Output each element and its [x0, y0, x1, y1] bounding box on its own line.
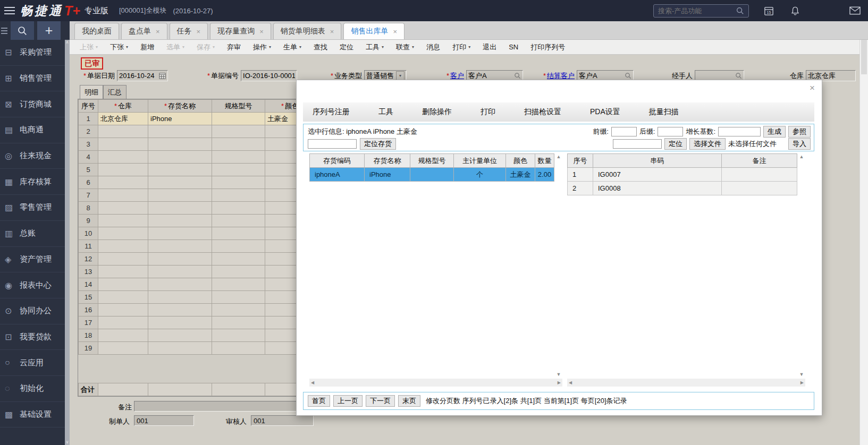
- cell-spec[interactable]: [212, 125, 265, 138]
- doc-no-field[interactable]: [241, 70, 297, 81]
- cell-warehouse[interactable]: [98, 291, 148, 304]
- cell-stock-name[interactable]: iPhone: [365, 168, 410, 182]
- mail-envelope-icon[interactable]: [849, 5, 861, 16]
- table-row[interactable]: 2: [79, 125, 315, 138]
- cell-spec[interactable]: [212, 202, 265, 215]
- sidebar-item[interactable]: ○ 云应用: [0, 350, 70, 376]
- serial-table-vscrollbar[interactable]: ▲ ▼: [798, 153, 805, 378]
- cell-serial-code[interactable]: IG0008: [593, 182, 722, 195]
- cell-spec[interactable]: [212, 215, 265, 227]
- cell-item-name[interactable]: [148, 227, 212, 240]
- first-page-button[interactable]: 首页: [308, 395, 330, 407]
- toolbar-button[interactable]: 选单 ▾: [166, 42, 184, 52]
- document-tab[interactable]: 现存量查询 ×: [210, 23, 271, 39]
- table-row[interactable]: 16: [79, 304, 315, 316]
- next-page-button[interactable]: 下一页: [366, 395, 395, 407]
- cell-warehouse[interactable]: [98, 202, 148, 215]
- handler-input[interactable]: [697, 72, 734, 80]
- hamburger-menu-icon[interactable]: [4, 7, 15, 14]
- table-row[interactable]: 10: [79, 227, 315, 240]
- tab-close-icon[interactable]: ×: [156, 28, 160, 36]
- close-icon[interactable]: ×: [810, 83, 815, 93]
- doc-no-input[interactable]: [243, 72, 295, 80]
- table-row[interactable]: 7: [79, 189, 315, 202]
- cell-stock-qty[interactable]: 2.00: [535, 168, 554, 182]
- cell-item-name[interactable]: [148, 164, 212, 176]
- dialog-menu-item[interactable]: 序列号注册: [313, 107, 350, 117]
- cell-item-name[interactable]: [148, 278, 212, 291]
- stock-row[interactable]: iphoneA iPhone 个 土豪金 2.00: [310, 168, 554, 182]
- choose-file-button[interactable]: 选择文件: [689, 138, 726, 150]
- cell-item-name[interactable]: [148, 138, 212, 151]
- document-tab[interactable]: 任务 ×: [170, 23, 208, 39]
- table-row[interactable]: 18: [79, 329, 315, 342]
- suffix-input[interactable]: [658, 127, 683, 136]
- cell-item-name[interactable]: [148, 215, 212, 227]
- cell-spec[interactable]: [212, 291, 265, 304]
- cell-spec[interactable]: [212, 253, 265, 266]
- sidebar-scrollbar[interactable]: ∧ ∨: [65, 40, 70, 445]
- locate-button[interactable]: 定位: [664, 138, 687, 150]
- toolbar-button[interactable]: 退出: [483, 42, 496, 52]
- cell-warehouse[interactable]: [98, 316, 148, 329]
- stock-table-hscrollbar[interactable]: ◀ ▶: [309, 379, 562, 387]
- detail-tab[interactable]: 明细: [80, 85, 103, 99]
- scroll-up-icon[interactable]: ∧: [66, 40, 69, 45]
- new-tab-button[interactable]: +: [37, 21, 61, 40]
- cell-spec[interactable]: [212, 138, 265, 151]
- calendar-icon[interactable]: 15: [763, 5, 774, 16]
- cell-spec[interactable]: [212, 316, 265, 329]
- cell-serial-remark[interactable]: [722, 168, 797, 182]
- tab-close-icon[interactable]: ×: [330, 28, 334, 36]
- cell-serial-index[interactable]: 1: [568, 168, 593, 182]
- cell-warehouse[interactable]: [98, 342, 148, 355]
- table-row[interactable]: 8: [79, 202, 315, 215]
- auditor-field[interactable]: 001: [251, 415, 314, 426]
- cell-warehouse[interactable]: [98, 253, 148, 266]
- dialog-menu-item[interactable]: 扫描枪设置: [524, 107, 561, 117]
- cell-serial-index[interactable]: 2: [568, 182, 593, 195]
- cell-item-name[interactable]: [148, 253, 212, 266]
- document-tab[interactable]: 我的桌面: [74, 23, 119, 39]
- cell-warehouse[interactable]: [98, 189, 148, 202]
- document-tab[interactable]: 盘点单 ×: [121, 23, 167, 39]
- sidebar-item[interactable]: ◈ 资产管理: [0, 247, 70, 273]
- cell-item-name[interactable]: [148, 202, 212, 215]
- cell-warehouse[interactable]: [98, 151, 148, 164]
- cell-spec[interactable]: [212, 266, 265, 278]
- cell-warehouse[interactable]: [98, 240, 148, 253]
- cell-item-name[interactable]: [148, 189, 212, 202]
- cell-item-name[interactable]: [148, 304, 212, 316]
- scroll-up-icon[interactable]: ▲: [799, 153, 804, 160]
- prev-page-button[interactable]: 上一页: [333, 395, 363, 407]
- table-row[interactable]: 4: [79, 151, 315, 164]
- menu-search-button[interactable]: [11, 21, 34, 40]
- cell-item-name[interactable]: [148, 240, 212, 253]
- notification-bell-icon[interactable]: [789, 5, 801, 16]
- cell-item-name[interactable]: [148, 291, 212, 304]
- cell-item-name[interactable]: [148, 316, 212, 329]
- tab-close-icon[interactable]: ×: [259, 28, 264, 36]
- sidebar-item[interactable]: ⊠ 订货商城: [0, 91, 70, 117]
- document-tab[interactable]: 销货单明细表 ×: [273, 23, 342, 39]
- cell-spec[interactable]: [212, 151, 265, 164]
- dialog-menu-item[interactable]: 删除操作: [422, 107, 452, 117]
- cell-stock-spec[interactable]: [410, 168, 454, 182]
- settle-customer-link[interactable]: 结算客户: [547, 71, 575, 81]
- serial-row[interactable]: 2 IG0008: [568, 182, 797, 195]
- cell-stock-color[interactable]: 土豪金: [506, 168, 535, 182]
- scroll-left-icon[interactable]: ◀: [569, 380, 572, 385]
- table-row[interactable]: 3: [79, 138, 315, 151]
- sidebar-item[interactable]: ◌ 初始化: [0, 376, 70, 402]
- toolbar-button[interactable]: 查找: [314, 42, 327, 52]
- detail-tab[interactable]: 汇总: [103, 85, 127, 99]
- lookup-magnifier-icon[interactable]: [514, 72, 521, 79]
- cell-warehouse[interactable]: [98, 215, 148, 227]
- table-row[interactable]: 11: [79, 240, 315, 253]
- search-icon[interactable]: [736, 6, 744, 15]
- toolbar-button[interactable]: 生单 ▾: [283, 42, 301, 52]
- prefix-input[interactable]: [611, 127, 637, 136]
- scroll-right-icon[interactable]: ▶: [800, 380, 804, 385]
- table-row[interactable]: 17: [79, 316, 315, 329]
- cell-spec[interactable]: [212, 342, 265, 355]
